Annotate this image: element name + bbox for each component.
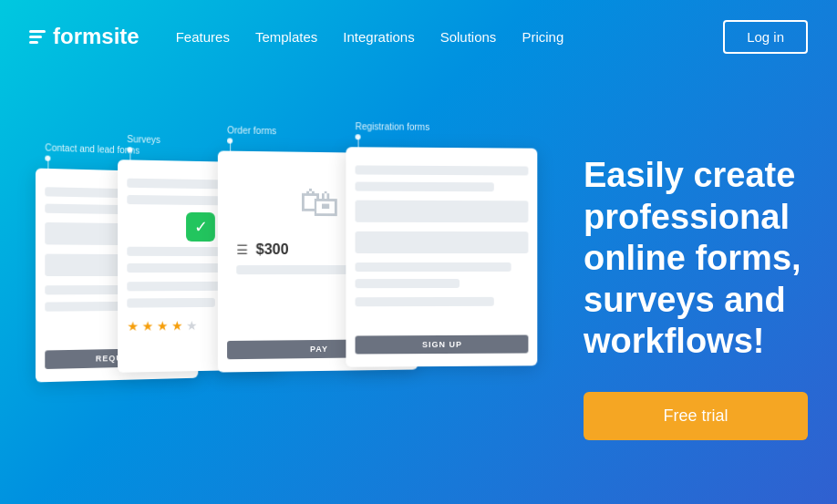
logo-icon	[29, 30, 46, 44]
hero-section: Easily create professional online forms,…	[565, 137, 808, 440]
menu-lines-icon: ☰	[236, 242, 248, 256]
free-trial-button[interactable]: Free trial	[584, 392, 808, 440]
nav-solutions[interactable]: Solutions	[440, 29, 497, 45]
card3-label: Order forms	[227, 125, 276, 136]
star-2: ★	[142, 318, 154, 333]
forms-illustration: Contact and lead forms REQUEST Surveys	[18, 116, 565, 462]
card4-signup-button[interactable]: SIGN UP	[356, 334, 529, 354]
navbar: formsite Features Templates Integrations…	[0, 0, 837, 73]
product-image: 🛍	[292, 170, 346, 233]
star-5: ★	[186, 318, 198, 333]
card4-content	[346, 147, 537, 366]
registration-form-card: Registration forms SIGN UP	[346, 147, 537, 366]
card2-label: Surveys	[127, 133, 160, 144]
card1-label: Contact and lead forms	[45, 142, 140, 155]
checkbox-icon: ✓	[186, 211, 215, 241]
nav-templates[interactable]: Templates	[255, 29, 317, 45]
nav-integrations[interactable]: Integrations	[343, 29, 414, 45]
nav-links: Features Templates Integrations Solution…	[176, 29, 723, 45]
hero-heading: Easily create professional online forms,…	[584, 155, 808, 363]
logo[interactable]: formsite	[29, 24, 140, 49]
card4-label: Registration forms	[356, 121, 430, 132]
brand-name: formsite	[53, 24, 140, 49]
price-value: $300	[256, 241, 289, 257]
bag-icon: 🛍	[299, 179, 339, 224]
main-content: Contact and lead forms REQUEST Surveys	[0, 73, 837, 504]
star-3: ★	[157, 318, 169, 333]
star-4: ★	[171, 318, 183, 333]
nav-features[interactable]: Features	[176, 29, 230, 45]
nav-pricing[interactable]: Pricing	[522, 29, 563, 45]
star-1: ★	[127, 318, 139, 333]
login-button[interactable]: Log in	[723, 20, 808, 54]
